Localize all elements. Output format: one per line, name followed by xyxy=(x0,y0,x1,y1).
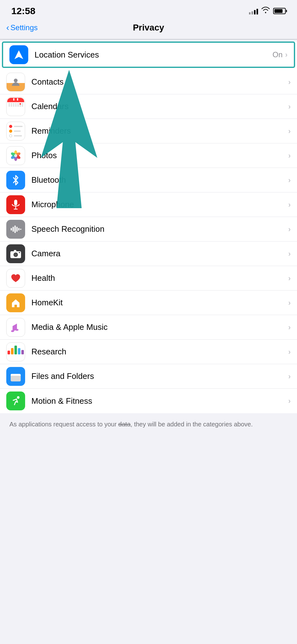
health-chevron: › xyxy=(288,274,291,283)
health-item[interactable]: Health › xyxy=(0,266,297,291)
location-services-item[interactable]: Location Services On › xyxy=(2,42,295,68)
health-label: Health xyxy=(31,273,288,283)
svg-rect-18 xyxy=(20,229,21,230)
settings-list: Location Services On › Contacts › xyxy=(0,42,297,413)
svg-rect-22 xyxy=(14,250,16,252)
camera-item[interactable]: Camera › xyxy=(0,242,297,266)
reminders-icon xyxy=(6,122,25,141)
page-title: Privacy xyxy=(133,23,164,33)
bluetooth-chevron: › xyxy=(288,176,291,185)
photos-chevron: › xyxy=(288,151,291,160)
contacts-item[interactable]: Contacts › xyxy=(0,70,297,94)
location-services-icon xyxy=(9,45,28,64)
homekit-label: HomeKit xyxy=(31,298,288,308)
contacts-label: Contacts xyxy=(31,77,288,87)
photos-icon xyxy=(6,146,25,165)
footer: As applications request access to your d… xyxy=(0,413,297,435)
microphone-chevron: › xyxy=(288,200,291,209)
wifi-icon xyxy=(261,7,270,15)
research-chevron: › xyxy=(288,347,291,356)
calendars-chevron: › xyxy=(288,102,291,111)
svg-point-21 xyxy=(14,253,17,256)
svg-rect-24 xyxy=(14,305,17,307)
svg-rect-17 xyxy=(18,228,19,230)
microphone-label: Microphone xyxy=(31,200,288,209)
contacts-chevron: › xyxy=(288,78,291,86)
calendars-item[interactable]: Calendars › xyxy=(0,94,297,119)
speech-recognition-label: Speech Recognition xyxy=(31,224,288,234)
media-music-item[interactable]: Media & Apple Music › xyxy=(0,315,297,340)
homekit-chevron: › xyxy=(288,298,291,307)
svg-point-9 xyxy=(14,154,17,157)
reminders-label: Reminders xyxy=(31,126,288,136)
health-icon xyxy=(6,269,25,288)
media-music-chevron: › xyxy=(288,323,291,332)
research-label: Research xyxy=(31,347,288,357)
bluetooth-item[interactable]: Bluetooth › xyxy=(0,168,297,192)
battery-icon xyxy=(273,8,286,14)
svg-point-23 xyxy=(19,252,20,253)
motion-fitness-item[interactable]: Motion & Fitness › xyxy=(0,389,297,413)
camera-label: Camera xyxy=(31,249,288,258)
microphone-icon xyxy=(6,195,25,214)
speech-recognition-icon xyxy=(6,220,25,239)
nav-header: ‹ Settings Privacy xyxy=(0,19,297,39)
svg-point-2 xyxy=(14,79,18,82)
camera-icon xyxy=(6,244,25,263)
research-item[interactable]: Research › xyxy=(0,340,297,364)
svg-point-25 xyxy=(11,330,14,332)
calendars-icon xyxy=(6,97,25,116)
calendars-label: Calendars xyxy=(31,102,288,111)
photos-label: Photos xyxy=(31,151,288,160)
files-folders-label: Files and Folders xyxy=(31,371,288,381)
motion-fitness-label: Motion & Fitness xyxy=(31,396,288,406)
homekit-item[interactable]: HomeKit › xyxy=(0,291,297,315)
status-time: 12:58 xyxy=(11,6,35,16)
back-chevron-icon: ‹ xyxy=(6,23,9,33)
bluetooth-label: Bluetooth xyxy=(31,175,288,185)
location-services-value: On xyxy=(273,50,283,59)
footer-text-start: As applications request access to your xyxy=(9,421,118,428)
homekit-icon xyxy=(6,293,25,312)
media-music-label: Media & Apple Music xyxy=(31,322,288,332)
files-folders-icon xyxy=(6,367,25,386)
status-bar: 12:58 xyxy=(0,0,297,19)
svg-rect-13 xyxy=(11,228,12,230)
svg-rect-14 xyxy=(13,227,14,232)
svg-rect-15 xyxy=(14,225,16,233)
reminders-item[interactable]: Reminders › xyxy=(0,119,297,143)
camera-chevron: › xyxy=(288,249,291,258)
svg-rect-16 xyxy=(16,227,18,232)
status-icons xyxy=(249,7,286,15)
footer-text-strikethrough: data xyxy=(118,421,131,428)
location-services-chevron: › xyxy=(285,50,288,59)
motion-fitness-chevron: › xyxy=(288,397,291,405)
svg-point-29 xyxy=(17,396,19,399)
svg-marker-1 xyxy=(14,50,23,59)
svg-point-26 xyxy=(15,329,19,331)
footer-text-end: , they will be added in the categories a… xyxy=(131,421,253,428)
location-services-label: Location Services xyxy=(35,50,273,60)
files-folders-chevron: › xyxy=(288,372,291,381)
media-music-icon xyxy=(6,318,25,337)
speech-recognition-item[interactable]: Speech Recognition › xyxy=(0,217,297,242)
speech-recognition-chevron: › xyxy=(288,225,291,234)
contacts-icon xyxy=(6,73,25,92)
motion-fitness-icon xyxy=(6,391,25,410)
svg-rect-10 xyxy=(14,200,17,205)
back-button[interactable]: ‹ Settings xyxy=(6,23,38,33)
back-label: Settings xyxy=(10,23,38,32)
bluetooth-icon xyxy=(6,171,25,190)
research-icon xyxy=(6,342,25,361)
photos-item[interactable]: Photos › xyxy=(0,143,297,168)
files-folders-item[interactable]: Files and Folders › xyxy=(0,364,297,389)
microphone-item[interactable]: Microphone › xyxy=(0,192,297,217)
signal-icon xyxy=(249,8,258,14)
reminders-chevron: › xyxy=(288,127,291,136)
